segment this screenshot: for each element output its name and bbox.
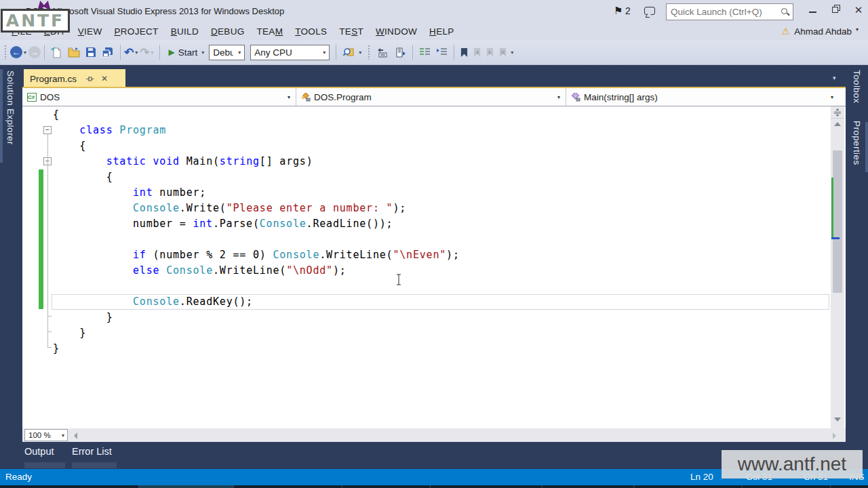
- start-debug-play-icon[interactable]: ▶: [169, 47, 175, 57]
- notifications-flag-icon[interactable]: ⚑: [614, 5, 623, 17]
- scrollbar-thumb[interactable]: [833, 150, 842, 293]
- navigate-back-caret-icon[interactable]: ▾: [24, 49, 26, 56]
- panel-tab-output[interactable]: Output: [24, 446, 54, 457]
- undo-button[interactable]: ↶: [124, 45, 134, 60]
- scroll-up-arrow[interactable]: [834, 122, 841, 126]
- code-line[interactable]: else Console.WriteLine("\nOdd");: [52, 263, 829, 279]
- member-dropdown[interactable]: Main(string[] args) ▾: [566, 88, 839, 106]
- toggle-bookmark-button[interactable]: [460, 48, 468, 57]
- document-tab-program-cs[interactable]: Program.cs ✕: [24, 69, 125, 88]
- menu-debug[interactable]: DEBUG: [205, 24, 251, 39]
- project-dropdown[interactable]: C# DOS ▾: [22, 88, 296, 106]
- start-button[interactable]: Start: [178, 47, 198, 58]
- code-line[interactable]: [52, 279, 829, 294]
- quick-launch-input[interactable]: [671, 5, 772, 18]
- document-list-caret-icon[interactable]: ▾: [833, 75, 836, 81]
- menu-window[interactable]: WINDOW: [370, 24, 423, 39]
- antf-url-text: www.antf.net: [738, 453, 846, 475]
- code-line[interactable]: {: [52, 169, 829, 185]
- menu-help[interactable]: HELP: [423, 24, 460, 39]
- undo-caret-icon[interactable]: ▾: [135, 49, 138, 56]
- display-member-list-button[interactable]: [376, 47, 389, 58]
- member-dropdown-value: Main(string[] args): [584, 92, 658, 102]
- code-line[interactable]: int number;: [52, 185, 829, 201]
- toolbar-grip[interactable]: [368, 45, 371, 60]
- solution-configuration-select[interactable]: Debug ▾: [209, 45, 245, 60]
- horizontal-scrollbar[interactable]: 100 % ▾: [22, 428, 846, 442]
- code-line[interactable]: class Program: [52, 123, 829, 138]
- toolbar-separator: [412, 45, 413, 60]
- scroll-right-arrow[interactable]: [833, 432, 836, 439]
- save-all-button[interactable]: [102, 47, 114, 58]
- vertical-scrollbar[interactable]: [831, 106, 844, 428]
- menu-items: FILEEDITVIEWPROJECTBUILDDEBUGTEAMTOOLSTE…: [0, 22, 868, 40]
- code-line[interactable]: number = int.Parse(Console.ReadLine());: [52, 216, 829, 232]
- navigate-back-button[interactable]: ←: [10, 46, 22, 58]
- menu-team[interactable]: TEAM: [251, 24, 290, 39]
- fold-marker-class[interactable]: −: [43, 126, 52, 134]
- configuration-value: Debug: [210, 47, 233, 58]
- decrease-indent-button[interactable]: [419, 47, 431, 57]
- display-parameter-info-button[interactable]: [394, 47, 406, 58]
- panel-tab-error-list[interactable]: Error List: [72, 446, 112, 457]
- menu-tools[interactable]: TOOLS: [289, 24, 333, 39]
- sidebar-tab-solution-explorer[interactable]: Solution Explorer: [5, 70, 16, 145]
- open-file-button[interactable]: [68, 47, 80, 58]
- user-account-area[interactable]: ⚠ Ahmad Ahdab ▾: [782, 24, 859, 38]
- solution-platform-select[interactable]: Any CPU ▾: [250, 45, 330, 60]
- previous-bookmark-button[interactable]: [473, 48, 481, 57]
- code-line[interactable]: }: [52, 341, 829, 357]
- toolbar-separator: [454, 45, 454, 60]
- save-button[interactable]: [85, 47, 96, 58]
- sidebar-tab-properties[interactable]: Properties: [852, 121, 862, 165]
- code-line[interactable]: static void Main(string[] args): [52, 154, 829, 169]
- next-bookmark-button[interactable]: [486, 48, 494, 57]
- toolbar-separator: [44, 45, 45, 60]
- new-file-button[interactable]: [51, 47, 62, 58]
- scroll-down-arrow[interactable]: [834, 418, 841, 422]
- code-line[interactable]: {: [52, 138, 829, 154]
- antf-logo-text: ANTF: [6, 11, 64, 30]
- redo-button[interactable]: ↷: [140, 45, 149, 60]
- redo-caret-icon[interactable]: ▾: [151, 49, 154, 56]
- sidebar-tab-toolbox[interactable]: Toolbox: [852, 70, 862, 103]
- close-button[interactable]: ✕: [850, 3, 867, 18]
- warning-icon: ⚠: [782, 26, 791, 37]
- clear-bookmarks-button[interactable]: [499, 48, 507, 57]
- code-line[interactable]: {: [52, 107, 829, 123]
- code-line[interactable]: }: [52, 310, 829, 325]
- menu-view[interactable]: VIEW: [72, 24, 108, 39]
- scroll-left-arrow[interactable]: [74, 432, 77, 439]
- menu-build[interactable]: BUILD: [165, 24, 205, 39]
- increase-indent-button[interactable]: [436, 47, 448, 57]
- toolbar-overflow-icon[interactable]: ▾: [359, 49, 361, 56]
- start-caret-icon[interactable]: ▾: [201, 49, 204, 56]
- toolbar-separator: [336, 45, 336, 60]
- tab-close-icon[interactable]: ✕: [101, 74, 108, 83]
- toolbar-grip[interactable]: [4, 45, 7, 60]
- title-bar: DOS - Microsoft Visual Studio Express 20…: [0, 0, 868, 22]
- code-editor[interactable]: − − { class Program { static void Main(s…: [22, 106, 846, 428]
- menu-project[interactable]: PROJECT: [108, 24, 164, 39]
- feedback-icon[interactable]: [644, 7, 655, 15]
- splitter-handle[interactable]: [831, 106, 844, 119]
- quick-launch-box[interactable]: [666, 3, 793, 20]
- navigate-forward-button[interactable]: →: [28, 46, 41, 58]
- find-in-files-button[interactable]: [342, 47, 355, 58]
- code-line[interactable]: }: [52, 325, 829, 341]
- editor-navigation-bar: C# DOS ▾ DOS.Program ▾ Main(string[] arg…: [22, 87, 846, 106]
- editor-zoom-select[interactable]: 100 % ▾: [24, 429, 68, 441]
- toolbar-overflow-icon[interactable]: ▾: [511, 49, 513, 56]
- pin-icon[interactable]: [86, 75, 94, 83]
- maximize-button[interactable]: [827, 3, 844, 18]
- dropdown-caret-icon: ▾: [831, 94, 833, 100]
- type-dropdown[interactable]: DOS.Program ▾: [296, 88, 566, 106]
- code-line[interactable]: [52, 232, 829, 247]
- menu-test[interactable]: TEST: [333, 24, 370, 39]
- properties-tab-accent: [865, 122, 868, 172]
- code-line-current[interactable]: Console.ReadKey();: [52, 294, 829, 310]
- code-line[interactable]: if (number % 2 == 0) Console.WriteLine("…: [52, 247, 829, 263]
- code-line[interactable]: Console.Write("Please enter a number: ")…: [52, 201, 829, 216]
- minimize-button[interactable]: [804, 3, 821, 18]
- notifications-count[interactable]: 2: [625, 5, 631, 16]
